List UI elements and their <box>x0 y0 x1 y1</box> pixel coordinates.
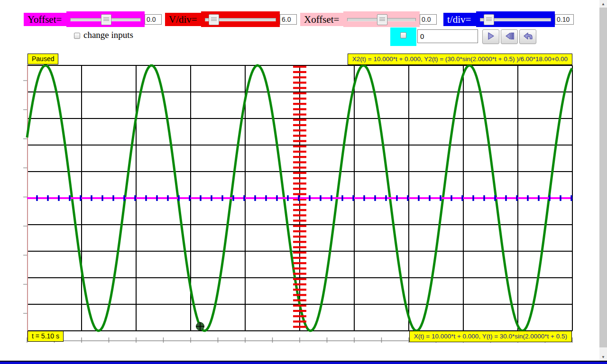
status-badge: Paused <box>28 54 58 64</box>
scroll-up-icon[interactable]: ▲ <box>599 0 607 8</box>
xoffset-label: Xoffset= <box>300 13 343 26</box>
tdiv-label-text: t/div= <box>447 14 471 26</box>
applet-page: Yoffset= V/div= Xoffset= t/div= change i… <box>0 0 607 364</box>
tdiv-value-field[interactable] <box>555 14 574 25</box>
change-inputs-label: change inputs <box>83 30 133 40</box>
vdiv-slider-thumb[interactable] <box>209 14 219 25</box>
vdiv-slider[interactable] <box>201 11 280 27</box>
yoffset-slider[interactable] <box>66 11 145 27</box>
xoffset-value-field[interactable] <box>420 14 437 25</box>
scrollbar-thumb[interactable] <box>599 8 607 347</box>
vdiv-value-field[interactable] <box>280 14 297 25</box>
cyan-toggle-checkbox[interactable] <box>400 32 406 38</box>
xoffset-label-text: Xoffset= <box>304 14 339 26</box>
tdiv-label: t/div= <box>443 13 476 26</box>
reset-button[interactable] <box>519 29 536 44</box>
time-readout-label: t = 5.10 s <box>28 331 64 342</box>
reset-icon <box>523 31 533 42</box>
tdiv-slider-thumb[interactable] <box>484 14 494 25</box>
formula-top-label: X2(t) = 10.000*t + 0.000, Y2(t) = (30.0*… <box>348 54 572 65</box>
vertical-scrollbar[interactable]: ▲ ▼ <box>599 0 607 361</box>
formula-bottom-label: X(t) = 10.000*t + 0.000, Y(t) = 30.0*sin… <box>409 331 572 342</box>
vdiv-label: V/div= <box>165 13 201 26</box>
vdiv-label-text: V/div= <box>169 14 197 26</box>
yoffset-slider-thumb[interactable] <box>101 14 111 25</box>
yoffset-label-text: Yoffset= <box>28 14 62 26</box>
change-inputs-checkbox[interactable] <box>74 33 80 39</box>
window-bottom-bar <box>0 361 607 364</box>
xoffset-slider[interactable] <box>343 11 420 27</box>
step-count-input[interactable] <box>417 29 478 43</box>
yoffset-label: Yoffset= <box>24 13 66 26</box>
xoffset-slider-thumb[interactable] <box>377 14 387 25</box>
tdiv-slider[interactable] <box>476 11 555 27</box>
scroll-down-icon[interactable]: ▼ <box>599 353 607 361</box>
yoffset-value-field[interactable] <box>145 14 162 25</box>
oscilloscope-canvas[interactable] <box>21 54 578 344</box>
step-back-icon <box>504 31 515 42</box>
oscilloscope-panel: Paused X2(t) = 10.000*t + 0.000, Y2(t) =… <box>27 54 572 343</box>
step-back-button[interactable] <box>501 29 518 44</box>
play-button[interactable] <box>482 29 499 44</box>
play-icon <box>486 31 496 42</box>
